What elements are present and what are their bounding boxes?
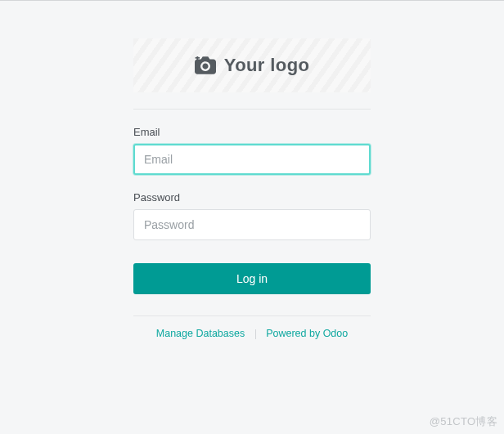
footer-links: Manage Databases Powered by Odoo — [133, 328, 371, 339]
powered-by-link[interactable]: Powered by Odoo — [259, 328, 355, 339]
watermark: @51CTO博客 — [430, 414, 497, 429]
login-button[interactable]: Log in — [133, 263, 371, 294]
email-label: Email — [133, 126, 371, 138]
password-label: Password — [133, 191, 371, 204]
logo-text: Your logo — [224, 55, 310, 76]
password-field[interactable] — [133, 209, 371, 240]
camera-add-icon — [195, 56, 216, 74]
top-divider — [133, 109, 371, 110]
email-field[interactable] — [133, 144, 371, 175]
footer-divider — [133, 315, 371, 316]
login-card: Your logo Email Password Log in Manage D… — [133, 38, 371, 339]
email-group: Email — [133, 126, 371, 175]
password-group: Password — [133, 191, 371, 240]
svg-rect-1 — [195, 57, 199, 59]
manage-databases-link[interactable]: Manage Databases — [149, 328, 252, 339]
footer-separator — [255, 329, 256, 339]
logo-placeholder: Your logo — [133, 38, 371, 92]
logo-inner: Your logo — [195, 55, 310, 76]
